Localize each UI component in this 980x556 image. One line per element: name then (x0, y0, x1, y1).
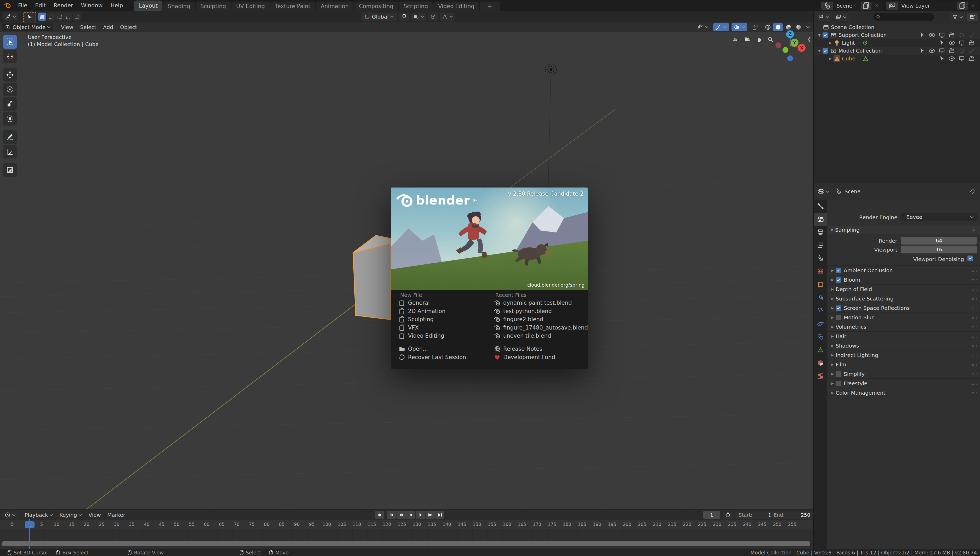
viewport-disable-icon[interactable] (938, 32, 945, 39)
properties-tab-tool[interactable] (814, 200, 827, 213)
orientation-dropdown[interactable]: Global (361, 13, 397, 21)
outliner-filter-mode[interactable] (833, 13, 849, 21)
panel-drag-grip[interactable] (972, 314, 977, 321)
select-mode-intersect[interactable] (73, 13, 81, 21)
recent-file-uneven-tile-blend[interactable]: uneven tile.blend (494, 332, 551, 340)
playback-record[interactable] (375, 511, 384, 519)
workspace-tab-texture-paint[interactable]: Texture Paint (270, 2, 315, 11)
menu-help[interactable]: Help (107, 0, 127, 11)
panel-drag-grip[interactable] (972, 277, 977, 283)
select-mode-invert[interactable] (64, 13, 72, 21)
section-checkbox[interactable] (836, 371, 841, 377)
new-file-video-editing[interactable]: Video Editing (399, 332, 444, 340)
panel-drag-grip[interactable] (972, 371, 977, 377)
holdout-icon[interactable] (958, 47, 965, 54)
viewport-disable-icon[interactable] (958, 39, 965, 46)
sidebar-collapse-arrow[interactable]: ❮ (807, 36, 812, 42)
section-color-management[interactable]: ▶Color Management (827, 388, 980, 398)
panel-drag-grip[interactable] (972, 305, 977, 311)
outliner-display-mode[interactable] (816, 13, 831, 21)
tool-measure[interactable] (3, 145, 17, 158)
recent-file-fingure-17480-autosave-blend[interactable]: fingure_17480_autosave.blend (494, 324, 588, 331)
panel-drag-grip[interactable] (971, 228, 977, 233)
outliner-row-light[interactable]: ▶Light (814, 39, 980, 47)
panel-drag-grip[interactable] (972, 343, 977, 349)
collection-checkbox[interactable] (823, 48, 828, 53)
falloff-dropdown[interactable] (440, 13, 455, 21)
holdout-icon[interactable] (958, 32, 965, 39)
nav-camera-view-icon[interactable] (742, 34, 752, 45)
select-mode-subtract[interactable] (55, 13, 63, 21)
tool-annotate[interactable] (3, 130, 17, 144)
timeline-editor-type[interactable] (3, 511, 18, 519)
outliner-row-model-collection[interactable]: ▼Model Collection (814, 47, 980, 55)
menu-file[interactable]: File (14, 0, 31, 11)
workspace-tab-shading[interactable]: Shading (163, 2, 195, 11)
section-checkbox[interactable] (836, 315, 841, 320)
selectable-icon[interactable] (919, 32, 925, 39)
disclosure-triangle[interactable]: ▼ (816, 33, 823, 37)
tool-add-cube[interactable] (3, 163, 17, 177)
indirect-only-icon[interactable] (968, 32, 975, 39)
sampling-panel-header[interactable]: ▼ Sampling (827, 225, 980, 234)
active-tool-indicator[interactable] (23, 12, 36, 22)
properties-tab-scene[interactable] (814, 252, 827, 265)
viewport-menu-view[interactable]: View (58, 24, 77, 30)
section-checkbox[interactable] (836, 305, 841, 311)
playback-next-keyframe[interactable] (426, 511, 435, 519)
viewport-menu-select[interactable]: Select (77, 24, 100, 30)
section-ambient-occlusion[interactable]: ▶Ambient Occlusion (827, 265, 980, 275)
section-freestyle[interactable]: ▶Freestyle (827, 378, 980, 388)
section-hair[interactable]: ▶Hair (827, 331, 980, 341)
disclosure-triangle[interactable]: ▶ (827, 57, 833, 60)
panel-drag-grip[interactable] (972, 324, 977, 330)
add-workspace-button[interactable]: + (480, 2, 500, 11)
hide-eye-icon[interactable] (928, 32, 935, 39)
workspace-tab-animation[interactable]: Animation (316, 2, 354, 11)
panel-drag-grip[interactable] (972, 267, 977, 273)
tool-rotate[interactable] (3, 82, 17, 96)
hide-eye-icon[interactable] (948, 55, 955, 62)
open-file-link[interactable]: Open... (399, 345, 428, 353)
overlays-toggle-button[interactable] (731, 23, 747, 31)
section-checkbox[interactable] (836, 381, 841, 386)
tool-scale[interactable] (3, 97, 17, 111)
xray-toggle-button[interactable] (750, 23, 760, 31)
playback-play-reverse[interactable] (406, 511, 415, 519)
section-checkbox[interactable] (836, 277, 841, 283)
select-mode-extend[interactable] (47, 13, 55, 21)
timeline-scrollbar[interactable] (2, 541, 810, 546)
denoise-checkbox[interactable] (967, 255, 973, 261)
view-layer-remove-button[interactable]: ✕ (968, 2, 978, 10)
new-collection-button[interactable] (967, 13, 978, 21)
cube-object[interactable] (353, 235, 391, 320)
properties-editor-type[interactable] (816, 187, 831, 196)
view-layer-selector[interactable]: View Layer ✕ (886, 2, 978, 10)
pin-icon[interactable] (970, 188, 976, 195)
disclosure-triangle[interactable]: ▼ (816, 48, 823, 53)
panel-drag-grip[interactable] (972, 296, 977, 302)
menu-render[interactable]: Render (50, 0, 77, 11)
outliner-row-support-collection[interactable]: ▼Support Collection (814, 31, 980, 39)
collection-checkbox[interactable] (823, 32, 828, 38)
outliner-row-scene-collection[interactable]: Scene Collection (814, 23, 980, 31)
workspace-tab-compositing[interactable]: Compositing (354, 2, 398, 11)
section-motion-blur[interactable]: ▶Motion Blur (827, 312, 980, 322)
scene-selector[interactable]: Scene ✕ (821, 2, 882, 10)
recover-last-session-link[interactable]: Recover Last Session (399, 353, 466, 361)
tool-transform[interactable] (3, 112, 17, 126)
splash-screen[interactable]: blender® v 2.80 Release Candidate 2 clou… (391, 187, 588, 369)
selectable-icon[interactable] (938, 39, 945, 46)
workspace-tab-video-editing[interactable]: Video Editing (433, 2, 479, 11)
menu-window[interactable]: Window (77, 0, 107, 11)
timeline-menu-view[interactable]: View (85, 512, 104, 518)
properties-tab-output[interactable] (814, 226, 827, 239)
new-file-vfx[interactable]: VFX (399, 324, 419, 331)
current-frame-field[interactable]: 1 (703, 511, 720, 519)
new-file-sculpting[interactable]: Sculpting (399, 315, 434, 323)
panel-drag-grip[interactable] (972, 380, 977, 386)
selectable-icon[interactable] (938, 55, 945, 62)
properties-tab-material[interactable] (814, 356, 827, 370)
tool-select-box[interactable] (3, 35, 17, 48)
section-bloom[interactable]: ▶Bloom (827, 275, 980, 284)
